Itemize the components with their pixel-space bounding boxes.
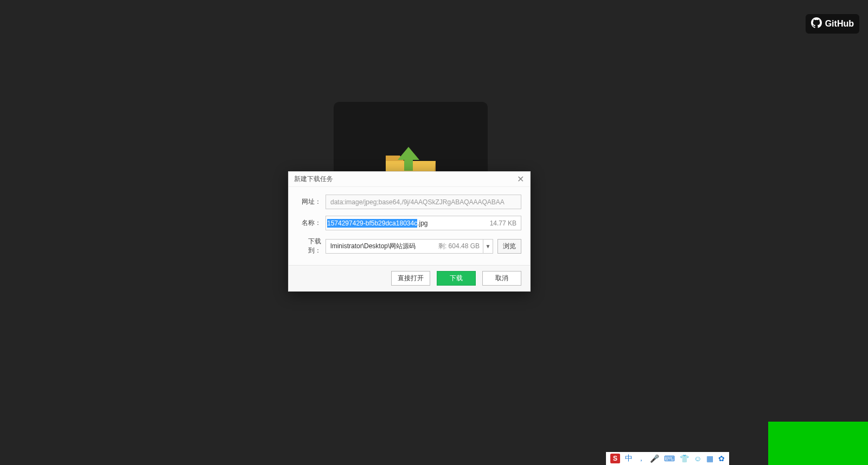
path-dropdown-button[interactable]: ▼	[483, 240, 493, 253]
url-input[interactable]	[326, 195, 521, 209]
name-input-wrap[interactable]: 1574297429-bf5b29dca18034c.jpg 14.77 KB	[326, 216, 521, 230]
download-button[interactable]: 下载	[437, 271, 476, 286]
browse-button[interactable]: 浏览	[497, 239, 521, 254]
name-label: 名称：	[297, 218, 326, 228]
keyboard-icon[interactable]: ⌨	[664, 454, 675, 463]
github-label: GitHub	[825, 19, 854, 29]
close-icon[interactable]: ✕	[515, 174, 526, 185]
open-directly-button[interactable]: 直接打开	[391, 271, 430, 286]
emoji-icon[interactable]: ☺	[694, 454, 701, 463]
download-dialog: 新建下载任务 ✕ 网址： 名称： 1574297429-bf5b29dca180…	[288, 171, 531, 292]
name-ext: .jpg	[417, 219, 427, 227]
bottom-right-panel	[768, 422, 868, 465]
ime-logo-icon[interactable]: S	[610, 454, 620, 463]
github-icon	[811, 17, 822, 30]
name-selected-text: 1574297429-bf5b29dca18034c	[327, 219, 417, 228]
free-space: 剩: 604.48 GB	[435, 240, 483, 253]
url-label: 网址：	[297, 197, 326, 206]
path-label: 下载到：	[297, 237, 326, 255]
settings-icon[interactable]: ✿	[718, 454, 725, 463]
cancel-button[interactable]: 取消	[482, 271, 521, 286]
dialog-titlebar: 新建下载任务 ✕	[289, 172, 530, 187]
file-size: 14.77 KB	[486, 219, 521, 227]
ime-punct-toggle[interactable]: ，	[637, 454, 645, 463]
toolbox-icon[interactable]: ▦	[706, 454, 713, 463]
ime-language-toggle[interactable]: 中	[625, 454, 633, 463]
skin-icon[interactable]: 👕	[680, 454, 689, 463]
ime-toolbar: S 中 ， 🎤 ⌨ 👕 ☺ ▦ ✿	[606, 452, 729, 465]
dialog-title: 新建下载任务	[294, 175, 333, 184]
microphone-icon[interactable]: 🎤	[650, 454, 659, 463]
path-input[interactable]	[326, 240, 435, 253]
github-link[interactable]: GitHub	[806, 14, 859, 34]
